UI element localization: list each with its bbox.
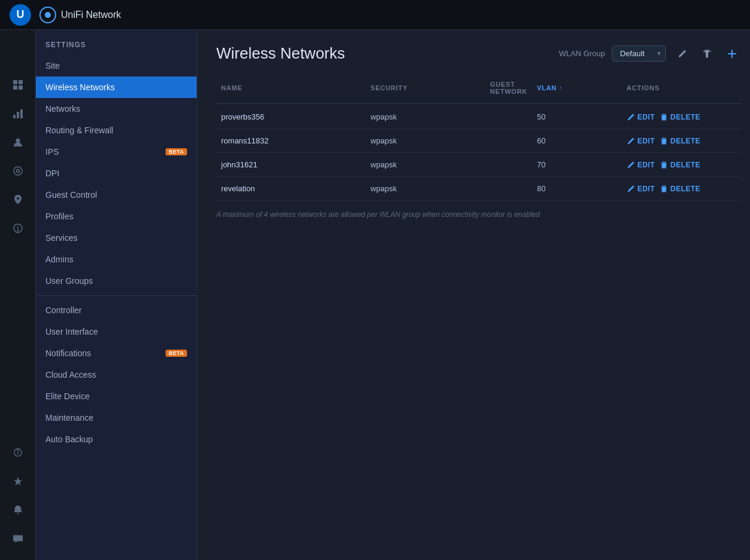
svg-rect-6	[20, 109, 23, 118]
clients-icon-btn[interactable]	[5, 129, 31, 155]
sidebar: SETTINGS Site Wireless Networks Networks…	[36, 30, 197, 560]
sidebar-item-profiles[interactable]: Profiles	[36, 206, 197, 227]
wlan-group-select[interactable]: Default Group 2 Group 3	[612, 45, 666, 62]
row-1-delete-button[interactable]: DELETE	[660, 113, 700, 121]
svg-point-9	[16, 170, 19, 173]
row-2-action-buttons: EDIT DELETE	[626, 137, 736, 145]
icon-nav-top	[5, 66, 31, 439]
main-wrapper: SETTINGS Site Wireless Networks Networks…	[0, 0, 750, 560]
table-row[interactable]: romans11832 wpapsk 60 EDIT DELETE	[216, 129, 741, 153]
dashboard-icon-btn[interactable]	[5, 72, 31, 98]
sidebar-item-networks[interactable]: Networks	[36, 98, 197, 120]
wlan-group-label: WLAN Group	[559, 49, 605, 58]
row-4-vlan: 80	[532, 177, 622, 200]
row-4-guest-network	[485, 182, 532, 196]
row-1-edit-button[interactable]: EDIT	[626, 113, 654, 121]
row-1-guest-network	[485, 110, 532, 124]
sidebar-item-ips[interactable]: IPS BETA	[36, 141, 197, 163]
app-logo[interactable]: U	[10, 4, 31, 26]
sidebar-item-services[interactable]: Services	[36, 227, 197, 249]
svg-point-15	[17, 450, 18, 451]
sidebar-item-user-interface[interactable]: User Interface	[36, 321, 197, 342]
table-row[interactable]: john31621 wpapsk 70 EDIT DELETE	[216, 153, 741, 177]
row-4-delete-button[interactable]: DELETE	[660, 185, 700, 193]
ips-beta-badge: BETA	[166, 148, 187, 155]
svg-rect-2	[13, 85, 17, 90]
sidebar-item-guest-control[interactable]: Guest Control	[36, 184, 197, 206]
row-3-name: john31621	[216, 153, 366, 176]
row-1-vlan: 50	[532, 105, 622, 128]
delete-wlan-group-button[interactable]	[698, 45, 716, 63]
svg-point-7	[16, 139, 20, 143]
vlan-sort-arrow: ↑	[559, 85, 563, 91]
table-row[interactable]: revelation wpapsk 80 EDIT DELETE	[216, 177, 741, 201]
events-icon-btn[interactable]	[5, 468, 31, 494]
svg-rect-5	[17, 112, 19, 118]
row-1-security: wpapsk	[366, 105, 485, 128]
sidebar-item-wireless-networks[interactable]: Wireless Networks	[36, 76, 197, 98]
app-title: UniFi Network	[61, 10, 121, 20]
col-header-security: SECURITY	[366, 77, 485, 99]
edit-wlan-group-button[interactable]	[673, 45, 691, 63]
icon-nav	[0, 30, 36, 560]
map-icon-btn[interactable]	[5, 186, 31, 213]
sidebar-item-maintenance[interactable]: Maintenance	[36, 407, 197, 429]
row-2-delete-button[interactable]: DELETE	[660, 137, 700, 145]
row-3-delete-button[interactable]: DELETE	[660, 161, 700, 169]
messages-icon-btn[interactable]	[5, 525, 31, 552]
sidebar-item-admins[interactable]: Admins	[36, 249, 197, 270]
row-1-name: proverbs356	[216, 105, 366, 128]
notifications-beta-badge: BETA	[166, 350, 187, 357]
col-header-guest-network: GUEST NETWORK	[485, 77, 532, 99]
row-3-guest-network	[485, 158, 532, 172]
sidebar-item-site[interactable]: Site	[36, 55, 197, 76]
row-4-edit-button[interactable]: EDIT	[626, 185, 654, 193]
sidebar-item-cloud-access[interactable]: Cloud Access	[36, 364, 197, 385]
main-content: Wireless Networks WLAN Group Default Gro…	[197, 30, 750, 560]
devices-icon-btn[interactable]	[5, 158, 31, 184]
alerts-icon-btn[interactable]	[5, 215, 31, 241]
svg-rect-1	[19, 80, 23, 84]
svg-point-8	[14, 167, 22, 175]
row-2-edit-button[interactable]: EDIT	[626, 137, 654, 145]
row-4-security: wpapsk	[366, 177, 485, 200]
row-4-actions: EDIT DELETE	[622, 178, 741, 200]
table-header-row: NAME SECURITY GUEST NETWORK VLAN ↑ ACTIO…	[216, 77, 741, 104]
col-header-vlan[interactable]: VLAN ↑	[532, 77, 622, 99]
sidebar-item-auto-backup[interactable]: Auto Backup	[36, 429, 197, 450]
sidebar-divider	[36, 295, 197, 296]
row-3-actions: EDIT DELETE	[622, 154, 741, 176]
row-3-vlan: 70	[532, 153, 622, 176]
row-1-actions: EDIT DELETE	[622, 106, 741, 128]
svg-rect-4	[13, 115, 16, 118]
add-network-button[interactable]	[723, 45, 741, 63]
row-1-action-buttons: EDIT DELETE	[626, 113, 736, 121]
svg-rect-0	[13, 80, 17, 84]
wlan-group-select-wrapper[interactable]: Default Group 2 Group 3 ▾	[612, 45, 666, 62]
row-3-action-buttons: EDIT DELETE	[626, 161, 736, 169]
row-2-vlan: 60	[532, 129, 622, 152]
sidebar-header: SETTINGS	[36, 30, 197, 55]
sidebar-item-elite-device[interactable]: Elite Device	[36, 385, 197, 407]
row-4-action-buttons: EDIT DELETE	[626, 185, 736, 193]
table-note: A maximum of 4 wireless networks are all…	[216, 210, 741, 219]
info-icon-btn[interactable]	[5, 439, 31, 466]
page-header: Wireless Networks WLAN Group Default Gro…	[216, 44, 741, 63]
notifications-icon-btn[interactable]	[5, 497, 31, 523]
svg-rect-3	[19, 85, 23, 90]
row-2-name: romans11832	[216, 129, 366, 152]
table-row[interactable]: proverbs356 wpapsk 50 EDIT DELETE	[216, 105, 741, 129]
sidebar-item-user-groups[interactable]: User Groups	[36, 270, 197, 292]
col-header-actions: ACTIONS	[622, 77, 741, 99]
sidebar-item-dpi[interactable]: DPI	[36, 163, 197, 184]
row-3-edit-button[interactable]: EDIT	[626, 161, 654, 169]
stats-icon-btn[interactable]	[5, 100, 31, 127]
sidebar-item-routing-firewall[interactable]: Routing & Firewall	[36, 120, 197, 141]
row-2-security: wpapsk	[366, 129, 485, 152]
page-title: Wireless Networks	[216, 44, 345, 63]
icon-nav-bottom	[5, 439, 31, 560]
sidebar-item-notifications[interactable]: Notifications BETA	[36, 342, 197, 364]
settings-icon-btn[interactable]	[5, 554, 31, 560]
sidebar-item-controller[interactable]: Controller	[36, 299, 197, 321]
app-brand: UniFi Network	[39, 7, 121, 23]
